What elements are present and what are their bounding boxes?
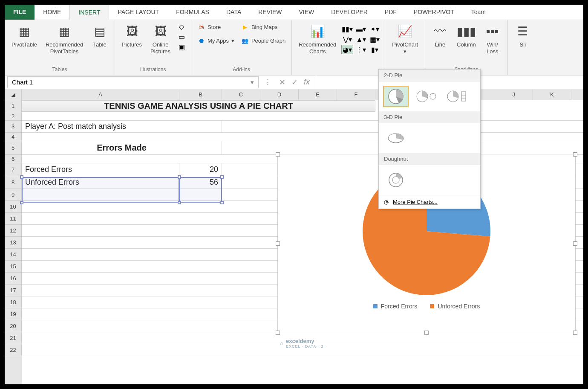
- col-header[interactable]: F: [337, 89, 375, 100]
- ribbon: ▦PivotTable ▦Recommended PivotTables ▤Ta…: [5, 20, 583, 75]
- bar-of-pie-option[interactable]: [444, 86, 470, 107]
- name-box[interactable]: Chart 1 ▾: [7, 76, 259, 88]
- row-header[interactable]: 7: [5, 163, 22, 176]
- tab-developer[interactable]: DEVELOPER: [323, 5, 376, 20]
- tab-data[interactable]: DATA: [218, 5, 250, 20]
- pivottable-button[interactable]: ▦PivotTable: [8, 22, 40, 50]
- pie-3d-option[interactable]: [383, 128, 409, 149]
- col-header[interactable]: C: [222, 89, 260, 100]
- line-chart-button[interactable]: ⋁▾: [341, 35, 353, 44]
- row-header[interactable]: 3: [5, 121, 22, 133]
- data-value-cell[interactable]: 56: [179, 176, 222, 189]
- col-header[interactable]: E: [299, 89, 337, 100]
- online-pictures-icon: 🖼: [153, 23, 169, 40]
- subtitle-cell[interactable]: Player A: Post match analysis: [22, 121, 222, 132]
- col-header[interactable]: K: [533, 89, 571, 100]
- sparkline-line-button[interactable]: 〰Line: [429, 22, 452, 50]
- screenshot-button[interactable]: ▣: [176, 42, 187, 52]
- pie-of-pie-option[interactable]: [414, 86, 439, 107]
- tab-pdf[interactable]: PDF: [376, 5, 405, 20]
- doughnut-option[interactable]: [383, 169, 409, 191]
- pictures-button[interactable]: 🖼Pictures: [118, 22, 145, 50]
- col-header[interactable]: J: [495, 89, 533, 100]
- row-header[interactable]: 15: [5, 261, 22, 273]
- row-header[interactable]: 12: [5, 225, 22, 237]
- col-header[interactable]: B: [179, 89, 222, 100]
- tab-file[interactable]: FILE: [5, 5, 35, 20]
- row-header[interactable]: 19: [5, 308, 22, 320]
- watermark: ⌂ exceldemy EXCEL · DATA · BI: [280, 338, 325, 348]
- smartart-button[interactable]: ▭: [176, 32, 187, 41]
- more-pie-charts[interactable]: ◔ More Pie Charts...: [379, 195, 480, 209]
- sparkline-winloss-button[interactable]: ▪▪▪Win/ Loss: [481, 22, 504, 56]
- data-label-cell[interactable]: Unforced Errors: [22, 176, 179, 189]
- cancel-icon[interactable]: ✕: [279, 78, 285, 87]
- tab-review[interactable]: REVIEW: [250, 5, 290, 20]
- tab-view[interactable]: VIEW: [290, 5, 323, 20]
- online-pictures-button[interactable]: 🖼Online Pictures: [147, 22, 174, 56]
- pivotchart-button[interactable]: 📈PivotChart▾: [389, 22, 421, 56]
- fx-icon[interactable]: fx: [304, 78, 310, 87]
- bingmaps-button[interactable]: ▶Bing Maps: [239, 22, 288, 32]
- group-addins-label: Add-ins: [195, 66, 288, 73]
- row-header[interactable]: 9: [5, 189, 22, 201]
- row-header[interactable]: 10: [5, 201, 22, 213]
- surface-chart-button[interactable]: ▦▾: [369, 35, 380, 44]
- pie-2d-option[interactable]: [383, 86, 409, 107]
- row-header[interactable]: 16: [5, 273, 22, 284]
- heading-cell[interactable]: Errors Made: [22, 141, 222, 154]
- pie-3d-header: 3-D Pie: [379, 111, 480, 123]
- row-header[interactable]: 20: [5, 320, 22, 332]
- stock-chart-button[interactable]: ✦▾: [369, 24, 380, 34]
- recommended-pivot-button[interactable]: ▦Recommended PivotTables: [42, 22, 86, 56]
- smartart-icon: ▭: [179, 33, 185, 41]
- store-button[interactable]: 🛍Store: [195, 22, 237, 32]
- select-all[interactable]: ◢: [5, 89, 22, 100]
- slicer-icon: ☰: [515, 23, 531, 40]
- tab-team[interactable]: Team: [463, 5, 494, 20]
- col-header[interactable]: D: [260, 89, 299, 100]
- row-header[interactable]: 8: [5, 176, 22, 189]
- row-header[interactable]: 2: [5, 112, 22, 121]
- pictures-icon: 🖼: [124, 23, 140, 40]
- sparkline-column-button[interactable]: ▮▮▮Column: [453, 22, 479, 50]
- row-header[interactable]: 14: [5, 249, 22, 261]
- row-header[interactable]: 21: [5, 332, 22, 344]
- title-cell[interactable]: TENNIS GAME ANALYSIS USING A PIE CHART: [22, 100, 375, 112]
- data-value-cell[interactable]: 20: [179, 163, 222, 176]
- myapps-icon: ⬣: [197, 37, 205, 44]
- pie-chart-button[interactable]: ◕▾: [341, 45, 353, 54]
- row-header[interactable]: 18: [5, 296, 22, 308]
- tab-page-layout[interactable]: PAGE LAYOUT: [109, 5, 167, 20]
- data-label-cell[interactable]: Forced Errors: [22, 163, 179, 176]
- pie-icon: ◔: [384, 199, 389, 205]
- pie-chart-dropdown: 2-D Pie 3-D Pie Doughnut ◔ Mor: [378, 69, 481, 209]
- rec-charts-icon: 📊: [309, 23, 326, 40]
- row-header[interactable]: 22: [5, 344, 22, 356]
- bar-chart-button[interactable]: ▬▾: [355, 24, 367, 34]
- table-button[interactable]: ▤Table: [88, 22, 111, 50]
- enter-icon[interactable]: ✓: [291, 78, 298, 87]
- col-header[interactable]: A: [22, 89, 179, 100]
- slicer-button[interactable]: ☰Sli: [511, 22, 534, 50]
- tab-powerpivot[interactable]: POWERPIVOT: [405, 5, 463, 20]
- row-header[interactable]: 4: [5, 133, 22, 141]
- row-header[interactable]: 1: [5, 100, 22, 112]
- row-header[interactable]: 6: [5, 155, 22, 163]
- recommended-charts-button[interactable]: 📊Recommended Charts: [295, 22, 340, 56]
- myapps-button[interactable]: ⬣My Apps▾: [195, 35, 237, 46]
- scatter-chart-button[interactable]: ⋮▾: [355, 45, 367, 54]
- svg-rect-4: [461, 92, 466, 101]
- column-chart-button[interactable]: ▮▮▾: [341, 24, 353, 34]
- area-chart-button[interactable]: ▲▾: [355, 35, 367, 44]
- tab-formulas[interactable]: FORMULAS: [167, 5, 218, 20]
- combo-chart-button[interactable]: ▮▾: [369, 45, 380, 54]
- row-header[interactable]: 11: [5, 213, 22, 225]
- row-header[interactable]: 17: [5, 284, 22, 296]
- tab-insert[interactable]: INSERT: [69, 5, 109, 20]
- shapes-button[interactable]: ◇: [176, 22, 187, 31]
- peoplegraph-button[interactable]: 👥People Graph: [239, 35, 288, 46]
- tab-home[interactable]: HOME: [35, 5, 69, 20]
- row-header[interactable]: 5: [5, 141, 22, 155]
- row-header[interactable]: 13: [5, 237, 22, 249]
